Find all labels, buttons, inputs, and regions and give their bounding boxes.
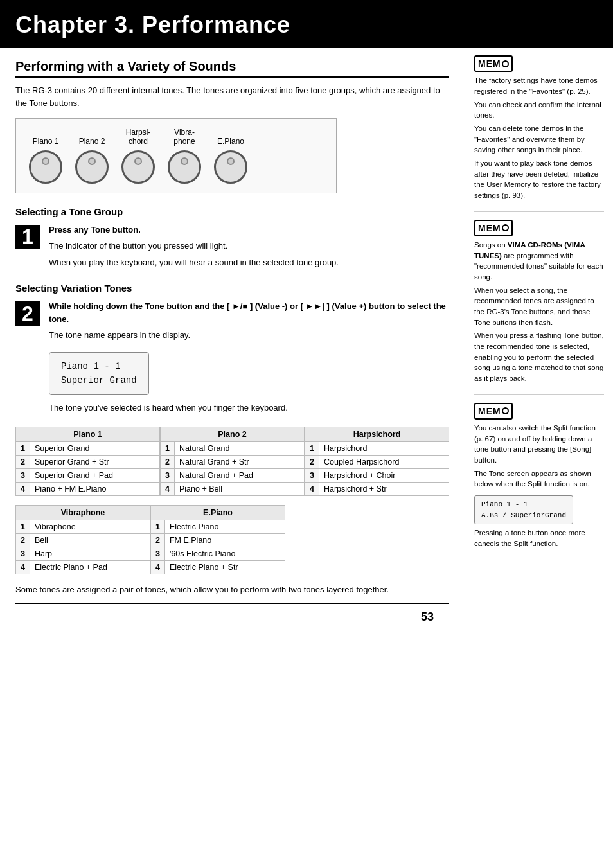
table-row: 1Harpsichord — [305, 442, 449, 456]
step-2-number: 2 — [15, 301, 40, 326]
tone-group-harpsichord: Harpsi-chord — [121, 128, 155, 184]
table-harpsichord: Harpsichord 1Harpsichord 2Coupled Harpsi… — [305, 427, 449, 496]
step-2-content: While holding down the Tone button and t… — [49, 300, 449, 418]
sub-heading-tone-group: Selecting a Tone Group — [15, 206, 449, 217]
tone-tables-row1: Piano 1 1Superior Grand 2Superior Grand … — [15, 427, 449, 496]
memo1-para2: You can delete tone demos in the "Favori… — [474, 123, 604, 155]
step-2-block: 2 While holding down the Tone button and… — [15, 300, 449, 418]
memo2-title: MEM — [474, 220, 604, 236]
tone-button-vibraphone[interactable] — [168, 150, 201, 184]
memo3-title: MEM — [474, 403, 604, 420]
table-row: 3Harpsichord + Choir — [305, 469, 449, 483]
table-row: 2Coupled Harpsichord — [305, 456, 449, 469]
memo3-para0: You can also switch the Split function (… — [474, 423, 604, 466]
table-row: 2FM E.Piano — [151, 534, 285, 547]
step-1-content: Press any Tone button. The indicator of … — [49, 224, 449, 273]
tone-group-piano1: Piano 1 — [29, 137, 62, 183]
step-1-block: 1 Press any Tone button. The indicator o… — [15, 224, 449, 273]
table-row: 1Natural Grand — [161, 442, 305, 456]
table-row: 4Piano + Bell — [161, 483, 305, 496]
memo3-dot — [502, 407, 509, 414]
memo1-para1: You can check and confirm the internal t… — [474, 100, 604, 121]
section-title: Performing with a Variety of Sounds — [15, 59, 449, 78]
tone-group-epiano: E.Piano — [214, 137, 247, 183]
memo2-para1: When you select a song, the recommended … — [474, 285, 604, 328]
sub-heading-variation: Selecting Variation Tones — [15, 283, 449, 294]
bottom-text: Some tones are assigned a pair of tones,… — [15, 583, 449, 596]
display-box: Piano 1 - 1 Superior Grand — [49, 352, 149, 395]
table-piano1-header: Piano 1 — [16, 427, 160, 442]
display-line2: Superior Grand — [61, 375, 137, 385]
step-1-line2: When you play the keyboard, you will hea… — [49, 256, 449, 269]
tone-button-piano1[interactable] — [29, 150, 62, 184]
table-row: 1Superior Grand — [16, 442, 160, 456]
table-row: 4Electric Piano + Pad — [16, 561, 150, 574]
table-row: 2Natural Grand + Str — [161, 456, 305, 469]
memo2-para2: When you press a flashing Tone button, t… — [474, 330, 604, 384]
memo3-display-line2: A.Bs / SuperiorGrand — [481, 511, 566, 519]
step-2-bold: While holding down the Tone button and t… — [49, 300, 449, 325]
left-column: Performing with a Variety of Sounds The … — [0, 48, 465, 646]
memo1-para3: If you want to play back tone demos afte… — [474, 158, 604, 201]
memo3-post-display: Pressing a tone button once more cancels… — [474, 527, 604, 549]
memo-box-1: MEM The factory settings have tone demos… — [474, 55, 604, 201]
table-vibraphone: Vibraphone 1Vibraphone 2Bell 3Harp 4Elec… — [15, 505, 150, 574]
tone-label-piano1: Piano 1 — [33, 137, 59, 146]
table-row: 3Natural Grand + Pad — [161, 469, 305, 483]
table-row: 1Vibraphone — [16, 520, 150, 534]
table-row: 3Harp — [16, 547, 150, 561]
memo3-para1: The Tone screen appears as shown below w… — [474, 468, 604, 490]
tone-group-vibraphone: Vibra-phone — [168, 128, 201, 184]
table-epiano: E.Piano 1Electric Piano 2FM E.Piano 3'60… — [150, 505, 285, 574]
memo2-badge: MEM — [474, 220, 513, 236]
memo2-dot — [502, 224, 509, 231]
memo3-display-line1: Piano 1 - 1 — [481, 500, 528, 508]
intro-text: The RG-3 contains 20 different internal … — [15, 84, 449, 109]
memo2-para0: Songs on VIMA CD-ROMs (VIMA TUNES) are p… — [474, 240, 604, 283]
right-column: MEM The factory settings have tone demos… — [465, 48, 613, 646]
memo1-badge: MEM — [474, 55, 513, 72]
table-row: 2Bell — [16, 534, 150, 547]
table-epiano-header: E.Piano — [151, 506, 285, 520]
memo1-title: MEM — [474, 55, 604, 72]
display-line1: Piano 1 - 1 — [61, 361, 120, 371]
tone-group-piano2: Piano 2 — [75, 137, 109, 183]
step-1-line1: The indicator of the button you pressed … — [49, 240, 449, 252]
table-piano2-header: Piano 2 — [161, 427, 305, 442]
table-row: 4Harpsichord + Str — [305, 483, 449, 496]
table-row: 4Piano + FM E.Piano — [16, 483, 160, 496]
tone-label-harpsichord: Harpsi-chord — [126, 128, 151, 146]
tone-button-epiano[interactable] — [214, 150, 247, 184]
chapter-header: Chapter 3. Performance — [0, 0, 613, 48]
chapter-title: Chapter 3. Performance — [15, 12, 598, 39]
table-row: 4Electric Piano + Str — [151, 561, 285, 574]
table-row: 1Electric Piano — [151, 520, 285, 534]
divider-2 — [474, 394, 604, 395]
memo1-dot — [502, 60, 509, 67]
tone-button-harpsichord[interactable] — [121, 150, 155, 184]
step-2-line2: The tone you've selected is heard when y… — [49, 402, 449, 414]
memo-box-2: MEM Songs on VIMA CD-ROMs (VIMA TUNES) a… — [474, 220, 604, 384]
tone-label-piano2: Piano 2 — [79, 137, 105, 146]
step-1-number: 1 — [15, 225, 40, 249]
tone-diagram: Piano 1 Piano 2 Harpsi-chord Vibra-phone… — [15, 118, 337, 193]
table-row: 3Superior Grand + Pad — [16, 469, 160, 483]
table-harpsichord-header: Harpsichord — [305, 427, 449, 442]
memo-box-3: MEM You can also switch the Split functi… — [474, 403, 604, 549]
tone-label-epiano: E.Piano — [217, 137, 244, 146]
memo3-badge: MEM — [474, 403, 513, 420]
table-row: 2Superior Grand + Str — [16, 456, 160, 469]
memo1-para0: The factory settings have tone demos reg… — [474, 75, 604, 96]
table-row: 3'60s Electric Piano — [151, 547, 285, 561]
tone-button-piano2[interactable] — [75, 150, 109, 184]
table-piano2: Piano 2 1Natural Grand 2Natural Grand + … — [160, 427, 305, 496]
step-2-line1: The tone name appears in the display. — [49, 329, 449, 342]
table-piano1: Piano 1 1Superior Grand 2Superior Grand … — [15, 427, 160, 496]
divider-1 — [474, 211, 604, 212]
step-1-bold: Press any Tone button. — [49, 224, 449, 236]
memo3-display: Piano 1 - 1 A.Bs / SuperiorGrand — [474, 495, 573, 524]
page-number: 53 — [15, 603, 449, 630]
tone-label-vibraphone: Vibra-phone — [173, 128, 195, 146]
table-vibraphone-header: Vibraphone — [16, 506, 150, 520]
tone-tables-row2: Vibraphone 1Vibraphone 2Bell 3Harp 4Elec… — [15, 505, 449, 574]
